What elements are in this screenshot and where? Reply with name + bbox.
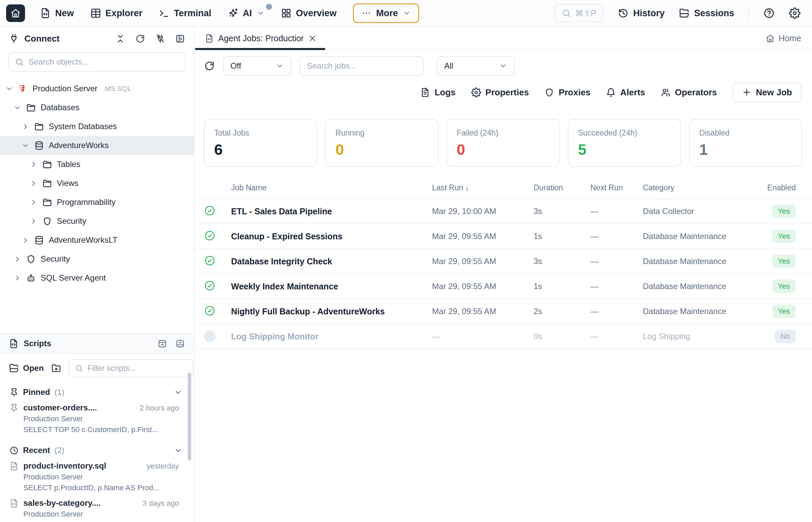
- mssql-server-icon: [18, 84, 28, 94]
- properties-button[interactable]: Properties: [471, 87, 529, 98]
- help-button[interactable]: [763, 7, 775, 19]
- job-row[interactable]: Database Integrity Check Mar 29, 09:55 A…: [195, 248, 812, 274]
- script-preview: SELECT TOP 50 c.CustomerID, p.First...: [23, 425, 179, 434]
- new-button[interactable]: New: [40, 8, 74, 19]
- chevron-right-icon: [30, 217, 38, 225]
- search-jobs-input[interactable]: [307, 61, 417, 71]
- sparkles-icon: [228, 8, 238, 19]
- auto-refresh-select[interactable]: Off: [223, 56, 291, 76]
- job-row[interactable]: ETL - Sales Data Pipeline Mar 29, 10:00 …: [195, 198, 812, 223]
- job-row[interactable]: Log Shipping Monitor — 0s — Log Shipping…: [195, 324, 812, 348]
- tree-item-sql-server-agent[interactable]: SQL Server Agent: [0, 268, 194, 287]
- scripts-panel: Scripts Open Pinned (1) customer-orders.…: [0, 333, 194, 522]
- chevron-right-icon: [30, 161, 38, 168]
- new-file-icon: [40, 8, 51, 19]
- folder-icon: [42, 197, 52, 207]
- tree-item-programmability[interactable]: Programmability: [0, 193, 194, 212]
- close-icon[interactable]: [308, 34, 317, 43]
- collapse-sidebar-icon[interactable]: [175, 34, 185, 44]
- enabled-badge: Yes: [772, 305, 796, 318]
- alerts-button[interactable]: Alerts: [606, 87, 645, 98]
- server-type-tag: MS SQL: [105, 85, 132, 93]
- script-item[interactable]: sales-by-category....3 days ago Producti…: [0, 496, 194, 522]
- tree-item-databases[interactable]: Databases: [0, 98, 194, 117]
- explorer-button[interactable]: Explorer: [90, 8, 143, 19]
- job-last-run: —: [432, 332, 534, 341]
- job-stats: Total Jobs6 Running0 Failed (24h)0 Succe…: [204, 119, 802, 167]
- script-file-icon: [9, 339, 19, 348]
- filter-scripts[interactable]: [69, 359, 194, 377]
- tree-item-system-databases[interactable]: System Databases: [0, 117, 194, 136]
- chevron-right-icon: [14, 274, 21, 282]
- overview-button[interactable]: Overview: [281, 8, 337, 19]
- job-row[interactable]: Nightly Full Backup - AdventureWorks Mar…: [195, 299, 812, 324]
- tree-item-security-server[interactable]: Security: [0, 249, 194, 268]
- stat-value: 5: [578, 141, 671, 159]
- settings-button[interactable]: [789, 7, 800, 19]
- tree-item-adventureworkslt[interactable]: AdventureWorksLT: [0, 230, 194, 249]
- script-item[interactable]: customer-orders....2 hours ago Productio…: [0, 400, 194, 438]
- tree-item-tables[interactable]: Tables: [0, 155, 194, 174]
- tree-item-views[interactable]: Views: [0, 174, 194, 193]
- open-script-button[interactable]: Open: [9, 363, 44, 373]
- shield-icon: [26, 254, 36, 264]
- script-file-icon: [9, 461, 19, 470]
- job-category: Database Maintenance: [643, 307, 772, 316]
- col-job-name: Job Name: [231, 183, 432, 193]
- col-last-run[interactable]: Last Run↓: [432, 183, 534, 193]
- tree-label: Databases: [41, 103, 79, 112]
- sessions-button[interactable]: Sessions: [679, 8, 734, 19]
- script-item[interactable]: product-inventory.sqlyesterday Productio…: [0, 458, 194, 496]
- new-job-button[interactable]: New Job: [733, 82, 801, 102]
- home-tab-button[interactable]: Home: [766, 34, 812, 43]
- job-duration: 1s: [534, 232, 591, 241]
- job-next-run: —: [591, 206, 643, 216]
- operators-button[interactable]: Operators: [661, 87, 717, 98]
- disconnect-icon[interactable]: [155, 34, 165, 44]
- search-jobs-field[interactable]: [299, 56, 424, 76]
- job-last-run: Mar 29, 09:55 AM: [432, 257, 534, 266]
- object-search-input[interactable]: [28, 57, 179, 66]
- job-row[interactable]: Weekly Index Maintenance Mar 29, 09:55 A…: [195, 274, 812, 299]
- command-palette-button[interactable]: ⌘⇧P: [554, 4, 604, 22]
- filter-scripts-input[interactable]: [87, 364, 188, 373]
- home-button[interactable]: [6, 4, 25, 22]
- expand-panel-down-icon[interactable]: [175, 339, 185, 348]
- refresh-icon[interactable]: [135, 34, 145, 44]
- stat-value: 0: [335, 141, 428, 159]
- sidebar-scrollbar[interactable]: [188, 373, 191, 460]
- collapse-panel-up-icon[interactable]: [157, 339, 167, 348]
- auto-refresh-value: Off: [230, 61, 241, 71]
- job-name: Weekly Index Maintenance: [231, 282, 432, 292]
- tree-item-production-server[interactable]: Production ServerMS SQL: [0, 79, 194, 98]
- database-icon: [34, 141, 44, 150]
- job-row[interactable]: Cleanup - Expired Sessions Mar 29, 09:55…: [195, 223, 812, 248]
- pinned-section-header[interactable]: Pinned (1): [0, 382, 194, 400]
- tree-label: Security: [41, 254, 70, 264]
- scripts-title: Scripts: [24, 339, 51, 348]
- terminal-button[interactable]: Terminal: [159, 8, 211, 19]
- ellipsis-icon: [361, 8, 371, 18]
- stat-card-failed: Failed (24h)0: [447, 119, 560, 167]
- script-time: yesterday: [147, 462, 179, 470]
- ai-button[interactable]: AI: [228, 8, 265, 19]
- object-search[interactable]: [8, 52, 186, 72]
- recent-section-header[interactable]: Recent (2): [0, 438, 194, 458]
- history-label: History: [633, 8, 664, 19]
- tree-item-security-db[interactable]: Security: [0, 212, 194, 230]
- ai-label: AI: [243, 8, 252, 19]
- history-button[interactable]: History: [618, 8, 664, 19]
- collapse-all-icon[interactable]: [115, 34, 125, 44]
- logs-button[interactable]: Logs: [420, 87, 456, 98]
- tree-item-adventureworks[interactable]: AdventureWorks: [0, 136, 194, 155]
- table-icon: [90, 8, 101, 19]
- stat-card-disabled: Disabled1: [689, 119, 802, 167]
- refresh-jobs-button[interactable]: [204, 61, 215, 71]
- new-folder-button[interactable]: [51, 363, 61, 373]
- more-button[interactable]: More: [353, 3, 420, 23]
- sessions-label: Sessions: [694, 8, 734, 19]
- search-icon: [562, 8, 571, 18]
- proxies-button[interactable]: Proxies: [544, 87, 591, 98]
- tab-agent-jobs[interactable]: Agent Jobs: Production: [195, 27, 325, 49]
- category-filter-select[interactable]: All: [437, 56, 515, 76]
